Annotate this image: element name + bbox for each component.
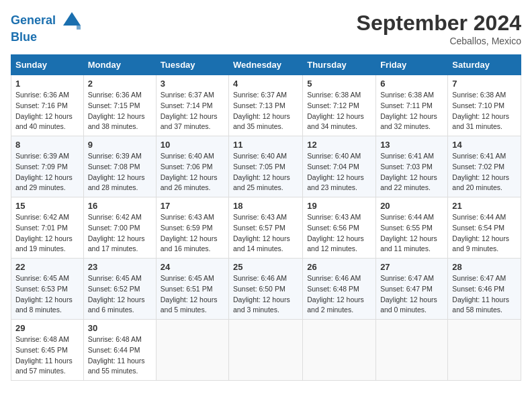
day-number: 29 [15, 323, 79, 333]
day-info: Sunrise: 6:36 AM Sunset: 7:15 PM Dayligh… [88, 90, 152, 132]
day-info: Sunrise: 6:38 AM Sunset: 7:10 PM Dayligh… [452, 90, 517, 132]
day-number: 12 [307, 140, 371, 150]
day-number: 20 [380, 201, 443, 211]
weekday-header-friday: Friday [376, 55, 448, 75]
day-info: Sunrise: 6:44 AM Sunset: 6:55 PM Dayligh… [380, 212, 443, 255]
day-number: 22 [15, 262, 79, 272]
calendar-cell: 3 Sunrise: 6:37 AM Sunset: 7:14 PM Dayli… [156, 75, 228, 136]
day-number: 27 [380, 262, 443, 272]
calendar-cell: 25 Sunrise: 6:46 AM Sunset: 6:50 PM Dayl… [229, 259, 303, 320]
day-number: 18 [233, 201, 298, 211]
calendar-cell: 1 Sunrise: 6:36 AM Sunset: 7:16 PM Dayli… [11, 75, 84, 136]
day-number: 11 [233, 140, 298, 150]
day-info: Sunrise: 6:40 AM Sunset: 7:04 PM Dayligh… [307, 151, 371, 193]
calendar-cell: 12 Sunrise: 6:40 AM Sunset: 7:04 PM Dayl… [303, 136, 376, 197]
day-info: Sunrise: 6:40 AM Sunset: 7:05 PM Dayligh… [233, 151, 298, 193]
calendar-cell [448, 320, 521, 381]
title-area: September 2024 Ceballos, Mexico [357, 11, 521, 46]
day-number: 9 [88, 140, 152, 150]
calendar-cell: 18 Sunrise: 6:43 AM Sunset: 6:57 PM Dayl… [229, 197, 303, 259]
day-number: 26 [307, 262, 371, 272]
calendar-cell: 15 Sunrise: 6:42 AM Sunset: 7:01 PM Dayl… [11, 197, 84, 259]
day-info: Sunrise: 6:36 AM Sunset: 7:16 PM Dayligh… [15, 90, 79, 132]
location-title: Ceballos, Mexico [357, 36, 521, 46]
calendar-cell: 21 Sunrise: 6:44 AM Sunset: 6:54 PM Dayl… [448, 197, 521, 259]
day-number: 4 [233, 79, 298, 89]
day-number: 30 [88, 323, 152, 333]
day-info: Sunrise: 6:46 AM Sunset: 6:48 PM Dayligh… [307, 273, 371, 316]
weekday-header-saturday: Saturday [448, 55, 521, 75]
calendar-cell: 14 Sunrise: 6:41 AM Sunset: 7:02 PM Dayl… [448, 136, 521, 197]
calendar-cell: 8 Sunrise: 6:39 AM Sunset: 7:09 PM Dayli… [11, 136, 84, 197]
day-number: 19 [307, 201, 371, 211]
day-info: Sunrise: 6:41 AM Sunset: 7:02 PM Dayligh… [452, 151, 517, 193]
day-info: Sunrise: 6:48 AM Sunset: 6:45 PM Dayligh… [15, 334, 79, 377]
calendar-cell: 10 Sunrise: 6:40 AM Sunset: 7:06 PM Dayl… [156, 136, 228, 197]
day-info: Sunrise: 6:39 AM Sunset: 7:09 PM Dayligh… [15, 151, 79, 193]
day-info: Sunrise: 6:42 AM Sunset: 7:01 PM Dayligh… [15, 212, 79, 255]
weekday-header-thursday: Thursday [303, 55, 376, 75]
calendar-cell: 23 Sunrise: 6:45 AM Sunset: 6:52 PM Dayl… [83, 259, 156, 320]
calendar-cell: 24 Sunrise: 6:45 AM Sunset: 6:51 PM Dayl… [156, 259, 228, 320]
day-info: Sunrise: 6:45 AM Sunset: 6:52 PM Dayligh… [88, 273, 152, 316]
calendar-cell: 19 Sunrise: 6:43 AM Sunset: 6:56 PM Dayl… [303, 197, 376, 259]
day-info: Sunrise: 6:46 AM Sunset: 6:50 PM Dayligh… [233, 273, 298, 316]
logo-text: General [11, 11, 82, 31]
calendar-cell: 20 Sunrise: 6:44 AM Sunset: 6:55 PM Dayl… [376, 197, 448, 259]
day-info: Sunrise: 6:47 AM Sunset: 6:46 PM Dayligh… [452, 273, 517, 316]
day-info: Sunrise: 6:41 AM Sunset: 7:03 PM Dayligh… [380, 151, 443, 193]
calendar-cell: 22 Sunrise: 6:45 AM Sunset: 6:53 PM Dayl… [11, 259, 84, 320]
day-info: Sunrise: 6:43 AM Sunset: 6:59 PM Dayligh… [161, 212, 224, 255]
weekday-header-tuesday: Tuesday [156, 55, 228, 75]
calendar-cell: 9 Sunrise: 6:39 AM Sunset: 7:08 PM Dayli… [83, 136, 156, 197]
calendar-cell: 28 Sunrise: 6:47 AM Sunset: 6:46 PM Dayl… [448, 259, 521, 320]
calendar-cell [229, 320, 303, 381]
day-number: 5 [307, 79, 371, 89]
calendar-cell [303, 320, 376, 381]
calendar-cell: 2 Sunrise: 6:36 AM Sunset: 7:15 PM Dayli… [83, 75, 156, 136]
day-number: 3 [161, 79, 224, 89]
day-info: Sunrise: 6:40 AM Sunset: 7:06 PM Dayligh… [161, 151, 224, 193]
calendar-cell: 17 Sunrise: 6:43 AM Sunset: 6:59 PM Dayl… [156, 197, 228, 259]
calendar: SundayMondayTuesdayWednesdayThursdayFrid… [11, 54, 521, 381]
day-info: Sunrise: 6:44 AM Sunset: 6:54 PM Dayligh… [452, 212, 517, 255]
day-number: 28 [452, 262, 517, 272]
calendar-cell: 26 Sunrise: 6:46 AM Sunset: 6:48 PM Dayl… [303, 259, 376, 320]
day-number: 25 [233, 262, 298, 272]
day-info: Sunrise: 6:43 AM Sunset: 6:56 PM Dayligh… [307, 212, 371, 255]
day-info: Sunrise: 6:38 AM Sunset: 7:12 PM Dayligh… [307, 90, 371, 132]
day-info: Sunrise: 6:48 AM Sunset: 6:44 PM Dayligh… [88, 334, 152, 377]
day-number: 2 [88, 79, 152, 89]
calendar-cell: 4 Sunrise: 6:37 AM Sunset: 7:13 PM Dayli… [229, 75, 303, 136]
day-info: Sunrise: 6:37 AM Sunset: 7:13 PM Dayligh… [233, 90, 298, 132]
calendar-cell: 6 Sunrise: 6:38 AM Sunset: 7:11 PM Dayli… [376, 75, 448, 136]
svg-marker-1 [77, 26, 81, 30]
day-info: Sunrise: 6:42 AM Sunset: 7:00 PM Dayligh… [88, 212, 152, 255]
day-number: 16 [88, 201, 152, 211]
calendar-cell [376, 320, 448, 381]
day-number: 21 [452, 201, 517, 211]
day-info: Sunrise: 6:38 AM Sunset: 7:11 PM Dayligh… [380, 90, 443, 132]
day-number: 24 [161, 262, 224, 272]
weekday-header-sunday: Sunday [11, 55, 84, 75]
header: General Blue September 2024 Ceballos, Me… [11, 11, 521, 46]
day-number: 6 [380, 79, 443, 89]
calendar-cell: 5 Sunrise: 6:38 AM Sunset: 7:12 PM Dayli… [303, 75, 376, 136]
day-number: 7 [452, 79, 517, 89]
day-number: 15 [15, 201, 79, 211]
calendar-cell: 7 Sunrise: 6:38 AM Sunset: 7:10 PM Dayli… [448, 75, 521, 136]
svg-marker-0 [63, 12, 81, 26]
day-info: Sunrise: 6:43 AM Sunset: 6:57 PM Dayligh… [233, 212, 298, 255]
day-info: Sunrise: 6:39 AM Sunset: 7:08 PM Dayligh… [88, 151, 152, 193]
day-number: 8 [15, 140, 79, 150]
day-info: Sunrise: 6:47 AM Sunset: 6:47 PM Dayligh… [380, 273, 443, 316]
day-info: Sunrise: 6:37 AM Sunset: 7:14 PM Dayligh… [161, 90, 224, 132]
logo-text2: Blue [11, 31, 82, 44]
day-number: 23 [88, 262, 152, 272]
day-number: 1 [15, 79, 79, 89]
weekday-header-monday: Monday [83, 55, 156, 75]
calendar-cell [156, 320, 228, 381]
month-title: September 2024 [357, 11, 521, 36]
calendar-cell: 11 Sunrise: 6:40 AM Sunset: 7:05 PM Dayl… [229, 136, 303, 197]
logo: General Blue [11, 11, 82, 44]
